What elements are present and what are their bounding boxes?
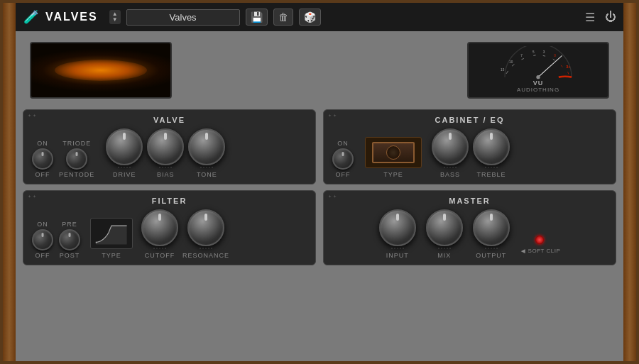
resonance-dots — [200, 248, 212, 249]
preset-name[interactable]: Valves — [126, 9, 240, 26]
bass-group: BASS — [432, 128, 469, 178]
master-panel: MASTER INPUT — [323, 190, 616, 265]
filter-prepost-knob[interactable] — [59, 229, 80, 250]
app-title: VALVES — [45, 11, 98, 23]
filter-type-label: TYPE — [102, 252, 121, 259]
bass-label: BASS — [440, 171, 460, 178]
tone-group: TONE — [188, 128, 225, 178]
cabinet-panel: CABINET / EQ ON OFF — [323, 109, 616, 184]
output-knob[interactable] — [473, 209, 510, 246]
master-title: MASTER — [332, 197, 607, 205]
treble-label: TREBLE — [476, 171, 506, 178]
filter-post-label: POST — [60, 252, 80, 259]
cabinet-title: CABINET / EQ — [332, 116, 607, 124]
svg-line-3 — [512, 65, 514, 67]
input-knob[interactable] — [379, 209, 416, 246]
triode-label: TRIODE — [62, 140, 91, 147]
svg-line-2 — [506, 71, 508, 74]
output-group: OUTPUT — [473, 209, 510, 259]
menu-icon[interactable]: ☰ — [585, 11, 595, 24]
filter-title: FILTER — [32, 197, 307, 205]
filter-pre-post-toggle[interactable]: PRE POST — [59, 221, 80, 259]
cabinet-inner — [372, 142, 415, 163]
soft-clip-arrow: ◄ — [520, 247, 527, 255]
svg-line-4 — [522, 58, 524, 59]
tube-glow — [55, 60, 147, 81]
drive-knob[interactable] — [106, 128, 143, 165]
treble-group: TREBLE — [473, 128, 510, 178]
input-label: INPUT — [386, 252, 409, 259]
filter-toggle-knob[interactable] — [32, 229, 53, 250]
svg-point-1 — [536, 75, 540, 79]
cutoff-label: CUTOFF — [145, 252, 175, 259]
drive-label: DRIVE — [113, 171, 136, 178]
bias-dots — [159, 167, 172, 168]
power-icon[interactable]: ⏻ — [605, 11, 616, 23]
delete-button[interactable]: 🗑 — [273, 9, 293, 26]
random-button[interactable]: 🎲 — [299, 9, 321, 26]
master-controls: INPUT MIX — [332, 209, 607, 259]
filter-panel: FILTER ON OFF PRE POST — [23, 190, 316, 265]
drive-group: DRIVE — [106, 128, 143, 178]
svg-line-7 — [553, 59, 555, 60]
tone-label: TONE — [197, 171, 217, 178]
treble-dots — [485, 167, 498, 168]
soft-clip-led[interactable] — [535, 236, 544, 244]
mix-dots — [438, 248, 451, 249]
resonance-label: RESONANCE — [182, 252, 229, 259]
cabinet-controls: ON OFF TYPE — [332, 128, 607, 178]
mix-group: MIX — [426, 209, 463, 259]
valve-mode-toggle[interactable]: TRIODE PENTODE — [59, 140, 94, 178]
panels-row-2: FILTER ON OFF PRE POST — [16, 190, 623, 271]
cabinet-type-display[interactable] — [365, 137, 422, 168]
cutoff-knob[interactable] — [141, 209, 178, 246]
cabinet-speaker — [386, 145, 400, 160]
valve-toggle[interactable]: ON OFF — [32, 140, 53, 178]
bias-label: BIAS — [157, 171, 175, 178]
svg-text:10: 10 — [509, 60, 513, 64]
cabinet-toggle[interactable]: ON OFF — [332, 140, 354, 178]
valve-title: VALVE — [32, 116, 307, 124]
svg-text:15: 15 — [501, 68, 505, 72]
cabinet-type-group: TYPE — [365, 137, 422, 178]
valve-mode-knob[interactable] — [66, 148, 87, 170]
svg-text:7: 7 — [520, 54, 523, 57]
filter-pre-label: PRE — [62, 221, 77, 228]
tube-honeycomb — [31, 43, 170, 97]
valve-panel: VALVE ON OFF TRIODE PENTODE — [23, 109, 316, 184]
filter-on-label: ON — [37, 221, 48, 228]
bias-knob[interactable] — [147, 128, 184, 165]
panels-row-1: VALVE ON OFF TRIODE PENTODE — [16, 109, 623, 190]
mix-label: MIX — [437, 252, 451, 259]
valve-off-label: OFF — [36, 171, 50, 178]
bass-knob[interactable] — [432, 128, 469, 165]
cabinet-off-label: OFF — [336, 171, 351, 178]
tone-knob[interactable] — [188, 128, 225, 165]
svg-line-0 — [538, 55, 562, 77]
cabinet-toggle-knob[interactable] — [332, 148, 354, 170]
arrow-down-icon: ▼ — [112, 17, 118, 23]
preset-arrows[interactable]: ▲ ▼ — [109, 10, 121, 24]
mix-knob[interactable] — [426, 209, 463, 246]
svg-text:3: 3 — [543, 50, 545, 54]
filter-toggle[interactable]: ON OFF — [32, 221, 53, 259]
filter-off-label: OFF — [36, 252, 50, 259]
vu-meter: 15 10 7 5 3 0 3+ VU AUDIOTHING — [467, 42, 609, 99]
vu-label: VU — [533, 79, 544, 87]
tube-display — [30, 42, 172, 99]
valve-on-label: ON — [37, 140, 48, 147]
resonance-knob[interactable] — [187, 209, 224, 246]
tone-dots — [200, 167, 213, 168]
header: 🧪 VALVES ▲ ▼ Valves 💾 🗑 🎲 ☰ ⏻ — [16, 3, 623, 31]
plugin-container: 🧪 VALVES ▲ ▼ Valves 💾 🗑 🎲 ☰ ⏻ — [0, 0, 639, 364]
vu-brand: AUDIOTHING — [517, 87, 559, 93]
soft-clip-label: SOFT CLIP — [528, 248, 561, 254]
valve-toggle-knob[interactable] — [32, 148, 53, 170]
filter-type-group: TYPE — [90, 218, 133, 259]
filter-type-display[interactable] — [90, 218, 133, 249]
save-button[interactable]: 💾 — [246, 9, 268, 26]
pentode-label: PENTODE — [59, 171, 94, 178]
treble-knob[interactable] — [473, 128, 510, 165]
svg-text:3+: 3+ — [566, 65, 570, 69]
input-dots — [391, 248, 404, 249]
